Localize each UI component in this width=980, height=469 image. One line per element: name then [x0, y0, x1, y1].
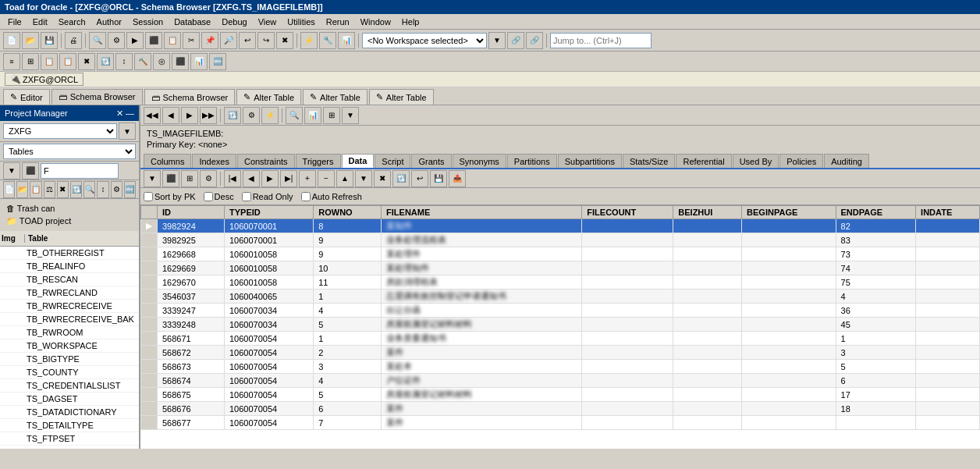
dt-first[interactable]: |◀	[224, 170, 241, 187]
inner-tab-script[interactable]: Script	[375, 154, 410, 168]
dt-filter[interactable]: ▼	[144, 170, 161, 187]
tb3[interactable]: 🔍	[89, 32, 106, 49]
delete-btn[interactable]: ✖	[57, 181, 69, 198]
table-row[interactable]: ▶398292410600700018某知件82	[141, 219, 980, 233]
ct11[interactable]: ▼	[342, 107, 359, 124]
dt1[interactable]: ⬛	[162, 170, 179, 187]
compare-btn[interactable]: ⚖	[44, 181, 55, 198]
col-filecount[interactable]: FILECOUNT	[582, 206, 673, 219]
ct10[interactable]: ⊞	[323, 107, 340, 124]
inner-tab-referential[interactable]: Referential	[676, 154, 731, 168]
open-table-btn[interactable]: 📂	[16, 181, 28, 198]
tree-project[interactable]: 📁 TOAD project	[3, 215, 136, 228]
tb4[interactable]: ⚙	[108, 32, 125, 49]
stb11[interactable]: 📊	[190, 53, 208, 70]
stb12[interactable]: 🔤	[209, 53, 226, 70]
table-list-item[interactable]: TB_RWROOM	[0, 326, 139, 339]
inner-tab-columns[interactable]: Columns	[144, 154, 191, 168]
menu-edit[interactable]: Edit	[28, 16, 52, 27]
open-btn[interactable]: 📂	[22, 32, 39, 49]
table-row[interactable]: 333924810600700345房屋权属登记材料材料45	[141, 318, 980, 332]
tab-alter-table-3[interactable]: ✎ Alter Table	[369, 89, 434, 105]
inner-tab-indexes[interactable]: Indexes	[192, 154, 236, 168]
tb9[interactable]: 📌	[201, 32, 218, 49]
col-filename[interactable]: FILENAME	[382, 206, 582, 219]
table-list-item[interactable]: TS_CREDENTIALSLIST	[0, 379, 139, 393]
reload-btn[interactable]: 🔃	[70, 181, 82, 198]
table-list-item[interactable]: TS_DETAILTYPE	[0, 419, 139, 432]
tb16[interactable]: 📊	[338, 32, 355, 49]
sidebar-filter-icon[interactable]: ▼	[3, 162, 20, 179]
menu-debug[interactable]: Debug	[217, 16, 251, 27]
table-row[interactable]: 56867210600700542某件3	[141, 346, 980, 360]
dt-del[interactable]: −	[318, 170, 335, 187]
dt-refresh[interactable]: 🔃	[392, 170, 410, 187]
table-row[interactable]: 56867410600700544户位证件6	[141, 374, 980, 388]
dt-export[interactable]: 📤	[449, 170, 466, 187]
table-row[interactable]: 398292510600700019业务处理流程表83	[141, 233, 980, 247]
table-list-item[interactable]: TB_REALINFO	[0, 260, 139, 273]
table-list-item[interactable]: TB_RWRECLAND	[0, 286, 139, 300]
table-row[interactable]: 56867510600700545房屋权属登记材料材料17	[141, 388, 980, 402]
inner-tab-data[interactable]: Data	[342, 154, 375, 168]
menu-rerun[interactable]: Rerun	[321, 16, 354, 27]
table-list-item[interactable]: TB_RESCAN	[0, 273, 139, 286]
table-row[interactable]: 354603710600400651忘需调有效控制登记申请通知书4	[141, 290, 980, 304]
schema-select[interactable]: ZXFG	[3, 123, 117, 139]
stb8[interactable]: 🔨	[134, 53, 151, 70]
col-rowno[interactable]: ROWNO	[314, 206, 382, 219]
new-btn[interactable]: 📄	[3, 32, 20, 49]
table-list-item[interactable]: TB_WORKSPACE	[0, 339, 139, 353]
inner-tab-stats-size[interactable]: Stats/Size	[623, 154, 676, 168]
stb3[interactable]: 📋	[41, 53, 58, 70]
stb5[interactable]: ✖	[78, 53, 95, 70]
stb1[interactable]: ≡	[3, 53, 20, 70]
tree-trash[interactable]: 🗑 Trash can	[3, 202, 136, 215]
copy-table-btn[interactable]: 📋	[30, 181, 41, 198]
tab-alter-table-2[interactable]: ✎ Alter Table	[303, 89, 368, 105]
sidebar-close-icon[interactable]: ✕ —	[116, 108, 134, 119]
table-row[interactable]: 1629669106001005810某处理知件74	[141, 261, 980, 275]
col-id[interactable]: ID	[158, 206, 225, 219]
tab-alter-table-1[interactable]: ✎ Alter Table	[236, 89, 301, 105]
col-indate[interactable]: INDATE	[916, 206, 980, 219]
sidebar-tb1[interactable]: ⬛	[22, 162, 39, 179]
connection-tab[interactable]: 🔌 ZXFG@ORCL	[5, 73, 83, 86]
tab-editor[interactable]: ✎ Editor	[3, 89, 50, 105]
table-row[interactable]: 162966810600100589某处理件73	[141, 247, 980, 261]
save-btn[interactable]: 💾	[41, 32, 58, 49]
props-btn[interactable]: ⚙	[111, 181, 123, 198]
table-list-item[interactable]: TS_DATADICTIONARY	[0, 406, 139, 419]
menu-window[interactable]: Window	[356, 16, 396, 27]
stb7[interactable]: ↕	[115, 53, 133, 70]
inner-tab-constraints[interactable]: Constraints	[237, 154, 295, 168]
stb10[interactable]: ⬛	[172, 53, 189, 70]
table-row[interactable]: 333924710600700344出让分函36	[141, 304, 980, 318]
tb6[interactable]: ⬛	[145, 32, 162, 49]
inner-tab-used by[interactable]: Used By	[733, 154, 779, 168]
ct2[interactable]: ◀	[162, 107, 179, 124]
new-table-btn[interactable]: 📄	[3, 181, 15, 198]
menu-database[interactable]: Database	[169, 16, 215, 27]
menu-author[interactable]: Author	[92, 16, 126, 27]
jump-to-input[interactable]	[550, 33, 652, 48]
dt-last[interactable]: ▶|	[280, 170, 297, 187]
ct4[interactable]: ▶▶	[200, 107, 217, 124]
stb2[interactable]: ⊞	[22, 53, 39, 70]
dt3[interactable]: ⚙	[200, 170, 217, 187]
table-list-item[interactable]: TB_OTHERREGIST	[0, 247, 139, 260]
desc-checkbox[interactable]	[204, 192, 213, 201]
ct6[interactable]: ⚙	[243, 107, 260, 124]
tb11[interactable]: ↩	[239, 32, 256, 49]
ct9[interactable]: 📊	[304, 107, 321, 124]
workspace-select[interactable]: <No Workspace selected>	[362, 33, 487, 48]
col-beginpage[interactable]: BEGINPAGE	[742, 206, 836, 219]
text-btn[interactable]: 🔤	[124, 181, 136, 198]
object-type-select[interactable]: Tables	[3, 144, 136, 159]
tb17[interactable]: ▼	[488, 32, 506, 49]
tb5[interactable]: ▶	[126, 32, 144, 49]
tab-schema-browser-2[interactable]: 🗃 Schema Browser	[144, 89, 236, 105]
menu-help[interactable]: Help	[397, 16, 424, 27]
table-list-item[interactable]: TS_COUNTY	[0, 366, 139, 379]
dt2[interactable]: ⊞	[181, 170, 198, 187]
